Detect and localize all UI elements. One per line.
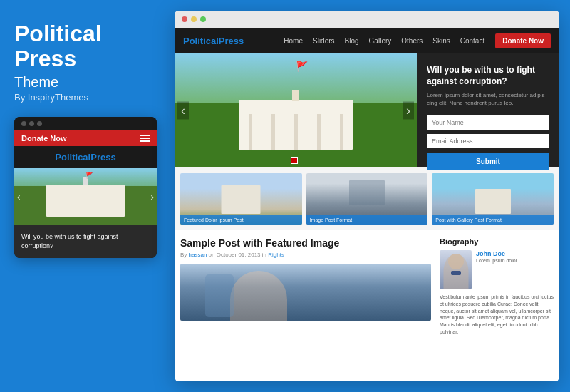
bio-avatar [440,250,472,289]
mobile-building [46,185,125,217]
mobile-top-bar [14,117,157,130]
mobile-mockup: Donate Now PoliticalPress 🚩 ‹ › Will you… [14,117,157,257]
post-featured-image [180,264,431,321]
browser-dot-yellow [191,16,197,22]
hero-flag-icon: 🚩 [296,61,308,72]
mobile-text-section: Will you be with us to fight against cor… [14,225,157,257]
brand-title: Political Press [14,21,160,71]
nav-blog[interactable]: Blog [340,37,364,45]
mobile-flag-icon: 🚩 [86,172,93,179]
hero-form-panel: Will you be with us to fight against cor… [417,53,559,167]
nav-gallery[interactable]: Gallery [364,37,397,45]
mobile-arrow-right[interactable]: › [150,191,154,202]
nav-sliders[interactable]: Sliders [308,37,340,45]
content-area: Sample Post with Featured Image By hassa… [175,230,559,343]
thumbnails-row: Featured Dolor Ipsum Post Image Post For… [175,167,559,230]
nav-items: Home Sliders Blog Gallery Others Skins C… [279,37,489,45]
form-email-input[interactable] [427,134,549,148]
browser-dot-green [200,16,206,22]
browser-dot-red [182,16,187,22]
form-name-input[interactable] [427,115,549,130]
nav-others[interactable]: Others [396,37,428,45]
browser-window: PoliticalPress Home Sliders Blog Gallery… [175,11,559,381]
nav-donate-button[interactable]: Donate Now [495,33,551,48]
post-author-link[interactable]: hassan [189,252,207,258]
bio-subtitle: Lorem ipsum dolor [476,257,517,264]
bio-text: John Doe Lorem ipsum dolor [476,250,517,289]
bio-name: John Doe [476,250,517,257]
sidebar-title: Biography [440,237,554,246]
post-category-link[interactable]: Rights [268,252,284,258]
thumb-3[interactable]: Post with Gallery Post Format [432,173,554,225]
thumb-label-2: Image Post Format [306,215,428,225]
mobile-dot-3 [37,121,42,126]
thumb-1[interactable]: Featured Dolor Ipsum Post [180,173,302,225]
nav-skins[interactable]: Skins [428,37,455,45]
hero-fountain [291,157,298,164]
browser-chrome [175,11,559,28]
mobile-donate-bar[interactable]: Donate Now [14,130,157,146]
form-submit-button[interactable]: Submit [427,153,549,170]
left-panel: Political Press Theme By InspiryThemes D… [0,0,175,392]
brand-by: By InspiryThemes [14,92,160,103]
mobile-donate-label: Donate Now [21,134,67,143]
mobile-logo-bar: PoliticalPress [14,146,157,168]
thumb-2[interactable]: Image Post Format [306,173,428,225]
hero-building [239,100,353,150]
hero-text: Lorem ipsum dolor sit amet, consectetur … [427,91,549,107]
nav-contact[interactable]: Contact [455,37,489,45]
mobile-arrow-left[interactable]: ‹ [17,191,21,202]
bio-box: John Doe Lorem ipsum dolor [440,250,554,289]
thumb-label-3: Post with Gallery Post Format [432,215,554,225]
hero-arrow-left[interactable]: ‹ [177,102,189,120]
mobile-hero-image: 🚩 ‹ › [14,168,157,225]
main-content: Sample Post with Featured Image By hassa… [180,237,440,336]
hamburger-icon[interactable] [140,135,150,142]
thumb-label-1: Featured Dolor Ipsum Post [180,215,302,225]
hero-section: 🚩 ‹ › Will you be with us to fight again… [175,53,559,167]
site-nav: PoliticalPress Home Sliders Blog Gallery… [175,28,559,53]
sidebar: Biography John Doe Lorem ipsum dolor Ves… [440,237,554,336]
right-panel: PoliticalPress Home Sliders Blog Gallery… [175,0,570,392]
bio-full-text: Vestibulum ante ipsum primis in faucibus… [440,294,554,336]
site-logo: PoliticalPress [183,36,244,46]
brand-section: Political Press Theme By InspiryThemes [14,21,160,103]
nav-home[interactable]: Home [279,37,308,45]
hero-arrow-right[interactable]: › [403,102,414,120]
hero-image: 🚩 ‹ › [175,53,417,167]
post-meta: By hassan on October 01, 2013 in Rights [180,252,431,258]
mobile-dot-1 [21,121,26,126]
post-title: Sample Post with Featured Image [180,237,431,249]
mobile-dot-2 [29,121,34,126]
brand-subtitle: Theme [14,74,160,91]
hero-heading: Will you be with us to fight against cor… [427,65,549,87]
